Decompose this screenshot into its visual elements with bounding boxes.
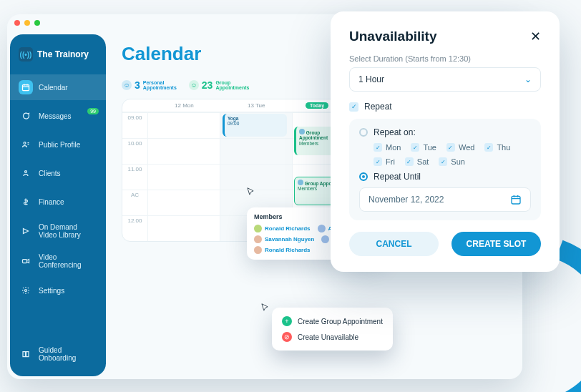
- duration-value: 1 Hour: [358, 74, 384, 84]
- avatar-icon: [318, 225, 326, 232]
- checkbox-checked-icon: ✓: [484, 143, 493, 152]
- radio-on-icon[interactable]: [359, 172, 368, 181]
- finance-icon: [19, 195, 33, 209]
- member-item[interactable]: Ronald Richards: [254, 225, 311, 232]
- member-item[interactable]: Ronald Richards: [254, 246, 311, 254]
- avatar-icon: [299, 129, 305, 134]
- duration-label: Select Duration (Starts from 12:30): [349, 54, 541, 63]
- checkbox-checked-icon[interactable]: ✓: [349, 102, 358, 112]
- radio-off-icon[interactable]: [359, 128, 368, 137]
- close-icon[interactable]: ✕: [530, 29, 541, 44]
- sidebar-item-calendar[interactable]: Calendar: [10, 74, 106, 100]
- cursor-icon: [245, 187, 255, 197]
- cursor-icon: [260, 303, 270, 313]
- day-header[interactable]: 13 Tue: [220, 99, 293, 112]
- sidebar-item-label: Messages: [39, 112, 72, 120]
- repeat-until-radio[interactable]: Repeat Until: [359, 172, 531, 182]
- sidebar-item-label: Calendar: [39, 84, 68, 92]
- repeat-label: Repeat: [364, 102, 392, 112]
- sidebar-item-video-library[interactable]: On Demand Video Library: [10, 217, 106, 245]
- day-checkbox-tue[interactable]: ✓Tue: [411, 143, 436, 152]
- block-icon: ⊘: [282, 332, 292, 342]
- checkbox-checked-icon: ✓: [439, 157, 447, 166]
- stat-personal: ☺ 3 Personal Appointments: [122, 79, 179, 91]
- sidebar: ((•)) The Trainory Calendar Messages 99 …: [10, 34, 106, 376]
- plus-icon: +: [282, 316, 292, 326]
- brand-icon: ((•)): [19, 47, 33, 62]
- unavailability-modal: Unavailability ✕ Select Duration (Starts…: [331, 11, 560, 272]
- sidebar-item-public-profile[interactable]: Public Profile: [10, 132, 106, 157]
- day-checkbox-wed[interactable]: ✓Wed: [446, 143, 474, 152]
- sidebar-item-clients[interactable]: Clients: [10, 160, 106, 186]
- hour-label: AC: [122, 190, 148, 215]
- book-icon: [19, 347, 33, 361]
- person-icon: ☺: [122, 80, 132, 90]
- svg-rect-3: [23, 260, 27, 263]
- window-close-dot[interactable]: [14, 20, 20, 26]
- calendar-icon: [19, 80, 33, 94]
- sidebar-item-settings[interactable]: Settings: [10, 278, 106, 303]
- day-checkbox-thu[interactable]: ✓Thu: [484, 143, 510, 152]
- settings-icon: [19, 283, 33, 298]
- svg-point-1: [24, 142, 26, 144]
- video-library-icon: [19, 224, 33, 238]
- checkbox-checked-icon: ✓: [411, 143, 419, 152]
- badge: 99: [87, 108, 99, 114]
- sidebar-item-label: Video Conferencing: [39, 253, 97, 269]
- svg-point-2: [25, 171, 27, 173]
- hour-label: 12.00: [122, 215, 148, 241]
- checkbox-checked-icon: ✓: [446, 143, 455, 152]
- avatar-icon: [298, 180, 303, 185]
- checkbox-checked-icon: ✓: [374, 157, 382, 166]
- today-pill: Today: [306, 102, 328, 109]
- duration-select[interactable]: 1 Hour ⌄: [349, 67, 541, 92]
- ctx-create-group[interactable]: +Create Group Appointment: [280, 313, 384, 329]
- avatar-icon: [254, 225, 262, 232]
- day-checkbox-sat[interactable]: ✓Sat: [405, 157, 429, 166]
- stat-number: 3: [135, 79, 140, 91]
- group-icon: ☺: [189, 80, 199, 90]
- sidebar-item-label: Finance: [39, 198, 64, 206]
- cancel-button[interactable]: CANCEL: [349, 232, 439, 256]
- hour-label: 10.00: [122, 138, 148, 164]
- chevron-down-icon: ⌄: [524, 74, 532, 84]
- avatar-icon: [254, 235, 262, 243]
- sidebar-item-messages[interactable]: Messages 99: [10, 103, 106, 129]
- checkbox-checked-icon: ✓: [405, 157, 414, 166]
- day-checkbox-mon[interactable]: ✓Mon: [374, 143, 401, 152]
- stat-number: 23: [202, 79, 213, 91]
- modal-title: Unavailability: [349, 29, 437, 44]
- sidebar-item-label: Clients: [39, 170, 61, 177]
- clients-icon: [19, 166, 33, 180]
- sidebar-item-video-conferencing[interactable]: Video Conferencing: [10, 248, 106, 275]
- brand: ((•)) The Trainory: [10, 43, 106, 72]
- ctx-create-unavailable[interactable]: ⊘Create Unavailable: [280, 329, 384, 345]
- day-header[interactable]: 12 Mon: [148, 99, 220, 112]
- hour-label: 09.00: [122, 112, 148, 138]
- sidebar-item-finance[interactable]: Finance: [10, 189, 106, 215]
- checkbox-checked-icon: ✓: [374, 143, 382, 152]
- member-item[interactable]: Savannah Nguyen: [254, 235, 314, 243]
- sidebar-item-onboarding[interactable]: Guided Onboarding: [10, 340, 106, 368]
- create-slot-button[interactable]: CREATE SLOT: [451, 232, 541, 256]
- repeat-until-date[interactable]: November 12, 2022: [359, 187, 531, 212]
- window-min-dot[interactable]: [24, 20, 30, 26]
- day-checkbox-fri[interactable]: ✓Fri: [374, 157, 395, 166]
- avatar-icon: [321, 235, 329, 243]
- avatar-icon: [254, 246, 262, 254]
- video-conf-icon: [19, 254, 33, 268]
- sidebar-item-label: Public Profile: [39, 141, 80, 149]
- window-max-dot[interactable]: [34, 20, 40, 26]
- profile-icon: [19, 137, 33, 152]
- svg-point-4: [25, 290, 27, 292]
- repeat-on-radio[interactable]: Repeat on:: [359, 127, 531, 137]
- repeat-options: Repeat on: ✓Mon ✓Tue ✓Wed ✓Thu ✓Fri ✓Sat…: [349, 119, 541, 220]
- svg-rect-0: [23, 85, 29, 91]
- day-checkbox-sun[interactable]: ✓Sun: [439, 157, 465, 166]
- sidebar-item-label: Settings: [39, 287, 64, 295]
- chat-icon: [19, 109, 33, 123]
- stat-label: Personal Appointments: [143, 80, 179, 90]
- repeat-checkbox-row[interactable]: ✓ Repeat: [349, 102, 541, 112]
- event-yoga[interactable]: Yoga 09:00: [223, 114, 287, 137]
- brand-name: The Trainory: [37, 49, 89, 59]
